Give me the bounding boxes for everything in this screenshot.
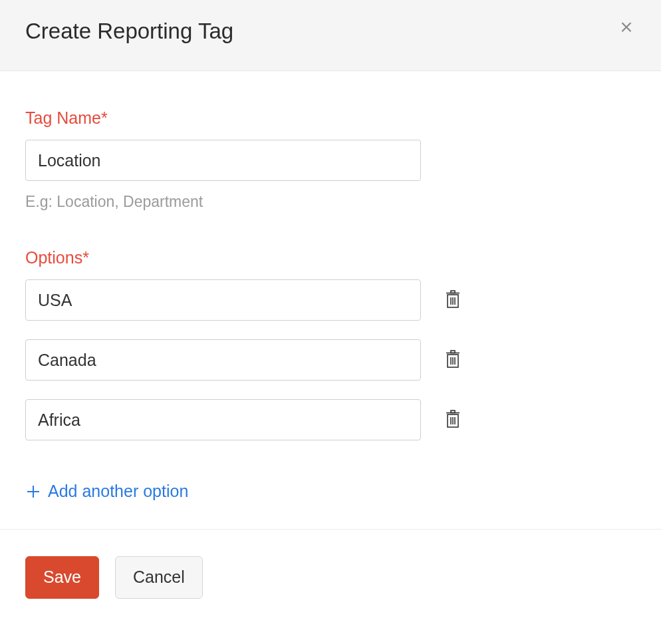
cancel-button[interactable]: Cancel [115,556,203,599]
dialog-title: Create Reporting Tag [25,19,233,44]
options-section: Options* [25,248,636,502]
create-reporting-tag-dialog: Create Reporting Tag Tag Name* E.g: Loca… [0,0,661,625]
dialog-body: Tag Name* E.g: Location, Department Opti… [0,71,661,529]
svg-rect-5 [451,291,455,293]
delete-option-button[interactable] [444,350,462,370]
option-row [25,399,636,440]
tag-name-field: Tag Name* E.g: Location, Department [25,108,636,211]
svg-rect-11 [451,351,455,353]
option-input[interactable] [25,279,421,321]
dialog-header: Create Reporting Tag [0,0,661,71]
dialog-footer: Save Cancel [0,529,661,625]
tag-name-label: Tag Name* [25,108,636,128]
plus-icon [25,484,41,500]
options-label: Options* [25,248,636,267]
trash-icon [445,410,461,430]
close-button[interactable] [617,19,636,37]
trash-icon [445,350,461,371]
trash-icon [445,290,461,311]
delete-option-button[interactable] [444,410,462,430]
delete-option-button[interactable] [444,290,462,310]
option-row [25,339,636,381]
add-option-button[interactable]: Add another option [25,482,188,501]
svg-rect-17 [451,410,455,413]
tag-name-input[interactable] [25,140,421,181]
option-input[interactable] [25,399,421,440]
close-icon [619,20,634,37]
option-input[interactable] [25,339,421,381]
save-button[interactable]: Save [25,556,99,599]
tag-name-hint: E.g: Location, Department [25,193,636,211]
add-option-label: Add another option [48,482,188,501]
option-row [25,279,636,321]
